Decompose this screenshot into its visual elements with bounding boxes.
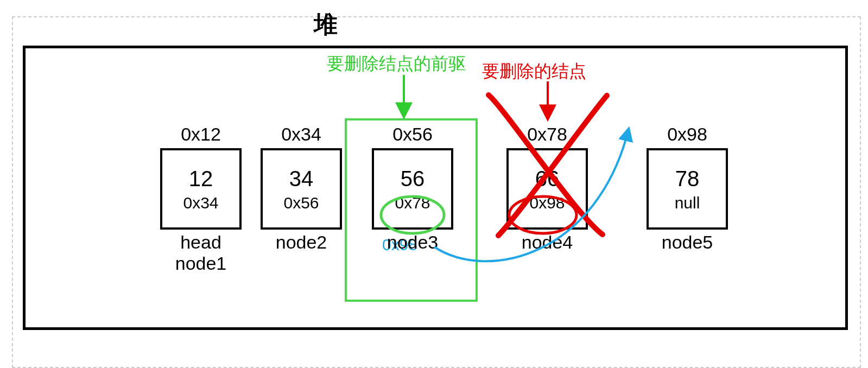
- node5-cell: 78 null: [647, 148, 728, 230]
- node1-cell: 12 0x34: [160, 148, 242, 230]
- node5-val: 78: [675, 167, 700, 191]
- node1-label-1: node1: [147, 253, 255, 274]
- node2-addr: 0x34: [247, 124, 356, 145]
- node2-label-0: node2: [247, 232, 356, 253]
- diagram-canvas: 堆 要删除结点的前驱 要删除的结点 0x98 0x12 12 0x34 head…: [0, 0, 868, 368]
- node4: 0x78 66 0x98 node4: [493, 124, 601, 253]
- node5-labels: node5: [633, 232, 742, 253]
- node4-next: 0x98: [529, 194, 565, 212]
- node4-cell: 66 0x98: [506, 148, 588, 230]
- node4-val: 66: [535, 167, 560, 191]
- node2-cell: 34 0x56: [261, 148, 342, 230]
- delete-annotation: 要删除的结点: [482, 60, 586, 84]
- node3-val: 56: [401, 167, 425, 191]
- node1: 0x12 12 0x34 head node1: [147, 124, 255, 274]
- node2: 0x34 34 0x56 node2: [247, 124, 356, 253]
- node5: 0x98 78 null node5: [633, 124, 742, 253]
- heap-title: 堆: [0, 9, 651, 41]
- node1-next: 0x34: [183, 194, 218, 212]
- node5-addr: 0x98: [633, 124, 742, 145]
- node3-next: 0x78: [395, 194, 430, 212]
- node2-val: 34: [289, 167, 314, 191]
- node4-label-0: node4: [493, 232, 601, 253]
- node5-label-0: node5: [633, 232, 742, 253]
- node1-addr: 0x12: [147, 124, 255, 145]
- node3-addr: 0x56: [358, 124, 467, 145]
- node5-next: null: [675, 194, 700, 212]
- node4-addr: 0x78: [493, 124, 601, 145]
- predecessor-annotation: 要删除结点的前驱: [327, 52, 466, 76]
- node2-next: 0x56: [283, 194, 319, 212]
- node3-cell: 56 0x78: [372, 148, 453, 230]
- node1-label-0: head: [147, 232, 255, 253]
- node1-val: 12: [189, 167, 213, 191]
- node3-labels: node3: [358, 232, 467, 253]
- node4-labels: node4: [493, 232, 601, 253]
- node3: 0x56 56 0x78 node3: [358, 124, 467, 253]
- node2-labels: node2: [247, 232, 356, 253]
- node1-labels: head node1: [147, 232, 255, 274]
- node3-label-0: node3: [358, 232, 467, 253]
